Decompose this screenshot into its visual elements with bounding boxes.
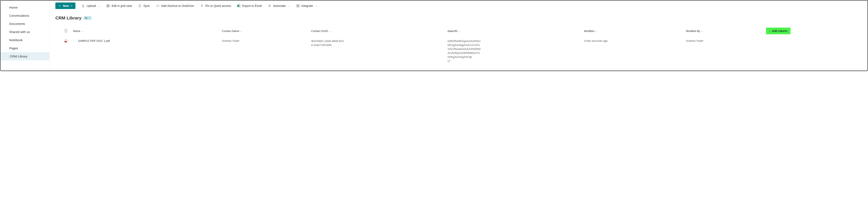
chevron-down-icon: ⌄ xyxy=(458,30,460,32)
sidebar-item-conversations[interactable]: Conversations xyxy=(0,11,49,20)
chevron-down-icon xyxy=(89,17,90,19)
name-cell[interactable]: ⋮⋮ SAMPLE PDF DOC 1.pdf xyxy=(70,36,219,64)
excel-icon xyxy=(237,4,241,8)
modified-header[interactable]: Modified⌄ xyxy=(582,26,683,36)
pdf-icon xyxy=(64,39,68,43)
sidebar-item-shared[interactable]: Shared with us xyxy=(0,28,49,36)
chevron-down-icon: ⌄ xyxy=(329,30,331,32)
data-uri-cell: iVBORw0KGgoAAAANSUhEUgAAAbgAAACvCAYAAACP… xyxy=(445,36,582,64)
contact-name-header[interactable]: Contact Name⌄ xyxy=(219,26,308,36)
sidebar-item-documents[interactable]: Documents xyxy=(0,20,49,28)
library-view-icon xyxy=(85,17,88,20)
upload-label: Upload xyxy=(87,4,96,7)
row-select-cell[interactable] xyxy=(50,36,62,64)
new-button[interactable]: ＋ New xyxy=(55,2,75,9)
automate-icon xyxy=(268,4,272,8)
main-panel: ＋ New Upload ⌄ Edit in grid view xyxy=(50,0,868,71)
new-button-label: New xyxy=(63,4,69,7)
plus-icon: + xyxy=(769,29,771,33)
add-column-label: Add column xyxy=(772,29,787,33)
sync-label: Sync xyxy=(143,4,150,7)
modified-by-cell: Andrew Yoder xyxy=(683,36,764,64)
svg-rect-0 xyxy=(107,5,109,7)
svg-rect-7 xyxy=(65,41,67,42)
chevron-down-icon: ⌄ xyxy=(81,30,83,32)
svg-rect-6 xyxy=(298,6,299,7)
command-bar: ＋ New Upload ⌄ Edit in grid view xyxy=(50,0,868,11)
sync-icon xyxy=(138,4,142,8)
add-column-header[interactable]: +Add column xyxy=(764,26,868,36)
integrate-button[interactable]: Integrate ⌄ xyxy=(296,4,317,8)
pin-icon xyxy=(200,4,204,8)
modified-by-header[interactable]: Modified By⌄ xyxy=(683,26,764,36)
contact-guid-cell: 3b37b661-2eb9-4609-823d-2c6e71f47d49 xyxy=(308,36,445,64)
sidebar-item-home[interactable]: Home xyxy=(0,3,49,11)
document-table: Name⌄ Contact Name⌄ Contact GUID⌄ dataUR… xyxy=(50,26,868,64)
open-external-icon[interactable] xyxy=(447,60,450,63)
select-col-header xyxy=(50,26,62,36)
empty-cell xyxy=(764,36,868,64)
plus-icon: ＋ xyxy=(58,4,61,8)
modified-cell: A few seconds ago xyxy=(582,36,683,64)
edit-grid-button[interactable]: Edit in grid view xyxy=(106,4,132,8)
onedrive-icon xyxy=(156,4,159,8)
automate-button[interactable]: Automate ⌄ xyxy=(268,4,290,8)
pin-label: Pin to Quick access xyxy=(206,4,231,7)
chevron-down-icon: ⌄ xyxy=(315,4,317,7)
file-icon xyxy=(64,29,67,32)
automate-label: Automate xyxy=(273,4,286,7)
data-uri-header[interactable]: dataURI⌄ xyxy=(445,26,582,36)
chevron-down-icon: ⌄ xyxy=(98,4,100,7)
chevron-down-icon: ⌄ xyxy=(701,30,703,32)
table-row[interactable]: ⋮⋮ SAMPLE PDF DOC 1.pdf Andrew Yoder 3b3… xyxy=(50,36,868,64)
export-excel-label: Export to Excel xyxy=(242,4,262,7)
file-type-cell xyxy=(62,36,70,64)
name-header[interactable]: Name⌄ xyxy=(70,26,219,36)
header-row: Name⌄ Contact Name⌄ Contact GUID⌄ dataUR… xyxy=(50,26,868,36)
upload-button[interactable]: Upload ⌄ xyxy=(81,4,100,8)
integrate-label: Integrate xyxy=(302,4,313,7)
pin-button[interactable]: Pin to Quick access xyxy=(200,4,231,8)
upload-icon xyxy=(81,4,85,8)
chevron-down-icon xyxy=(70,4,72,7)
contact-guid-header[interactable]: Contact GUID⌄ xyxy=(308,26,445,36)
library-title: CRM Library xyxy=(55,15,82,21)
sync-button[interactable]: Sync xyxy=(138,4,150,8)
add-shortcut-label: Add shortcut to OneDrive xyxy=(161,4,194,7)
contact-name-cell: Andrew Yoder xyxy=(219,36,308,64)
doc-icon-header[interactable] xyxy=(62,26,70,36)
sidebar-item-pages[interactable]: Pages xyxy=(0,44,49,52)
view-selector[interactable] xyxy=(84,16,92,20)
add-shortcut-button[interactable]: Add shortcut to OneDrive xyxy=(156,4,194,8)
sidebar: Home Conversations Documents Shared with… xyxy=(0,0,50,71)
app-frame: Home Conversations Documents Shared with… xyxy=(0,0,868,71)
sidebar-item-notebook[interactable]: Notebook xyxy=(0,36,49,44)
svg-rect-4 xyxy=(298,5,299,6)
chevron-down-icon: ⌄ xyxy=(288,4,290,7)
edit-grid-label: Edit in grid view xyxy=(112,4,132,7)
chevron-down-icon: ⌄ xyxy=(240,30,242,32)
library-header: CRM Library xyxy=(50,11,868,22)
grid-icon xyxy=(106,4,110,8)
new-indicator-icon: ⋮⋮ xyxy=(73,39,77,41)
integrate-icon xyxy=(296,4,300,8)
export-excel-button[interactable]: Export to Excel xyxy=(237,4,262,8)
svg-rect-3 xyxy=(297,5,298,6)
svg-rect-5 xyxy=(297,6,298,7)
sidebar-item-crm-library[interactable]: CRM Library xyxy=(0,52,49,60)
svg-rect-2 xyxy=(239,5,240,7)
chevron-down-icon: ⌄ xyxy=(595,30,597,32)
